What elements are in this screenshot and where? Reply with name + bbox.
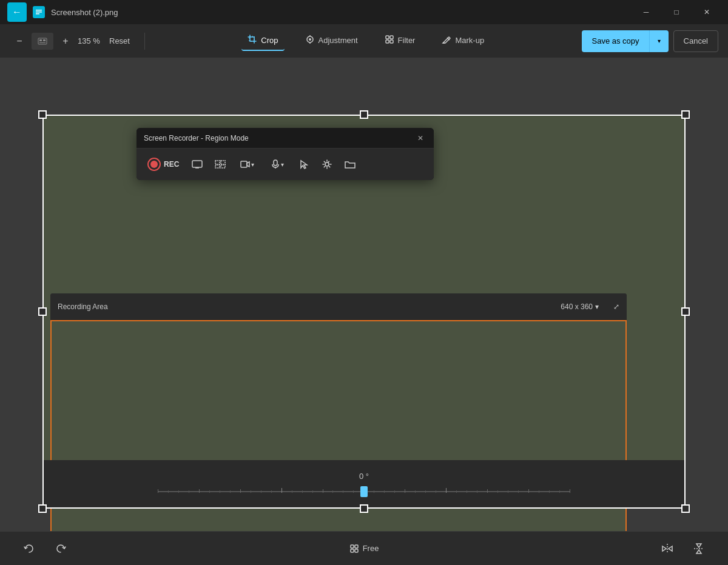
cancel-button[interactable]: Cancel: [673, 30, 718, 52]
recording-area-panel: Recording Area 640 x 360 ▾ ⤢: [50, 293, 627, 565]
save-dropdown-button[interactable]: ▾: [649, 30, 669, 52]
zoom-in-button[interactable]: +: [56, 32, 75, 51]
svg-rect-13: [386, 36, 389, 39]
svg-rect-7: [39, 42, 46, 43]
rotation-track: [158, 491, 570, 492]
crop-handle-bottom-middle[interactable]: [360, 504, 368, 513]
toolbar-right: Save as copy ▾ Cancel: [582, 30, 718, 52]
folder-button[interactable]: [340, 155, 360, 174]
svg-rect-26: [241, 161, 247, 167]
svg-rect-19: [192, 161, 202, 167]
svg-rect-4: [38, 38, 47, 44]
zoom-display-icon: [32, 33, 53, 50]
svg-rect-2: [36, 12, 42, 13]
crop-handle-bottom-right[interactable]: [681, 504, 690, 513]
crop-icon: [248, 35, 257, 46]
markup-icon: [442, 35, 451, 46]
video-settings-button[interactable]: ▾: [234, 155, 260, 174]
screenshot-content: Screen Recorder - Region Mode ✕ REC: [42, 115, 686, 509]
rotation-slider[interactable]: [158, 486, 570, 498]
main-toolbar: − + 135 % Reset Crop: [0, 24, 728, 58]
filter-label: Filter: [398, 36, 416, 45]
svg-rect-31: [355, 545, 358, 548]
svg-rect-3: [36, 13, 39, 15]
svg-rect-24: [215, 165, 220, 168]
rec-circle: [147, 158, 161, 171]
crop-handle-middle-right[interactable]: [681, 307, 690, 316]
svg-point-10: [309, 38, 311, 41]
back-button[interactable]: ←: [7, 2, 27, 22]
cursor-settings-button[interactable]: [294, 155, 314, 174]
flip-horizontal-button[interactable]: [656, 538, 678, 560]
svg-rect-30: [351, 545, 354, 548]
free-label: Free: [363, 544, 379, 553]
screen-mode-button[interactable]: [187, 155, 207, 174]
recorder-toolbar: REC: [136, 149, 434, 180]
region-mode-button[interactable]: [211, 155, 230, 174]
crop-handle-top-left[interactable]: [38, 110, 47, 119]
rotate-left-button[interactable]: [18, 538, 40, 560]
recorder-title: Screen Recorder - Region Mode: [144, 134, 249, 142]
crop-handle-top-middle[interactable]: [360, 110, 368, 119]
svg-rect-23: [221, 161, 225, 164]
svg-rect-5: [39, 39, 42, 41]
bottom-toolbar: Free: [0, 531, 728, 565]
minimize-button[interactable]: ─: [632, 2, 660, 22]
svg-rect-6: [43, 39, 46, 41]
rec-label: REC: [164, 160, 179, 169]
rotation-thumb[interactable]: [360, 486, 368, 497]
free-crop-button[interactable]: Free: [345, 541, 384, 556]
crop-handle-top-right[interactable]: [681, 110, 690, 119]
rotation-bar: 0 °: [42, 460, 686, 509]
svg-rect-27: [274, 160, 277, 165]
svg-rect-1: [36, 10, 42, 11]
maximize-button[interactable]: □: [662, 2, 690, 22]
recording-area-header: Recording Area 640 x 360 ▾ ⤢: [50, 293, 627, 320]
svg-rect-16: [390, 40, 393, 43]
svg-rect-33: [355, 549, 358, 552]
crop-handle-bottom-left[interactable]: [38, 504, 47, 513]
recording-canvas[interactable]: [50, 320, 627, 565]
filter-icon: [385, 35, 394, 46]
rotation-value: 0 °: [359, 472, 369, 481]
flip-vertical-button[interactable]: [688, 538, 710, 560]
adjustment-icon: [305, 35, 315, 46]
markup-label: Mark-up: [455, 36, 484, 45]
crop-label: Crop: [261, 36, 278, 45]
zoom-group: − + 135 % Reset: [10, 32, 135, 51]
rec-button[interactable]: REC: [143, 155, 184, 173]
zoom-out-button[interactable]: −: [10, 32, 29, 51]
rotate-right-button[interactable]: [50, 538, 72, 560]
image-container[interactable]: Screen Recorder - Region Mode ✕ REC: [42, 115, 686, 509]
audio-settings-button[interactable]: ▾: [264, 155, 291, 174]
app-icon: [33, 6, 45, 18]
reset-button[interactable]: Reset: [104, 34, 135, 48]
save-as-copy-button[interactable]: Save as copy: [582, 30, 649, 52]
adjustment-label: Adjustment: [318, 36, 358, 45]
title-bar: ← Screenshot (2).png ─ □ ✕: [0, 0, 728, 24]
file-title: Screenshot (2).png: [51, 8, 118, 17]
svg-point-29: [325, 162, 329, 166]
crop-handle-middle-left[interactable]: [38, 307, 47, 316]
rec-inner: [150, 161, 158, 168]
canvas-area: Screen Recorder - Region Mode ✕ REC: [0, 58, 728, 565]
expand-icon[interactable]: ⤢: [613, 303, 619, 311]
bottom-center-controls: Free: [345, 541, 384, 556]
svg-rect-14: [390, 36, 393, 39]
recorder-dialog[interactable]: Screen Recorder - Region Mode ✕ REC: [136, 128, 434, 180]
svg-rect-22: [215, 161, 220, 164]
tool-group: Crop Adjustment: [155, 31, 578, 51]
filter-tool[interactable]: Filter: [379, 31, 422, 51]
recorder-close-button[interactable]: ✕: [414, 132, 426, 144]
svg-rect-32: [351, 549, 354, 552]
svg-rect-15: [386, 40, 389, 43]
adjustment-tool[interactable]: Adjustment: [299, 31, 364, 51]
toolbar-divider: [144, 33, 145, 50]
crop-tool[interactable]: Crop: [241, 31, 284, 51]
gear-settings-button[interactable]: [317, 155, 337, 174]
markup-tool[interactable]: Mark-up: [436, 31, 490, 51]
close-button[interactable]: ✕: [693, 2, 721, 22]
recording-area-size-selector[interactable]: 640 x 360 ▾ ⤢: [561, 303, 619, 311]
svg-rect-25: [221, 165, 225, 168]
recording-area-label: Recording Area: [58, 303, 108, 311]
